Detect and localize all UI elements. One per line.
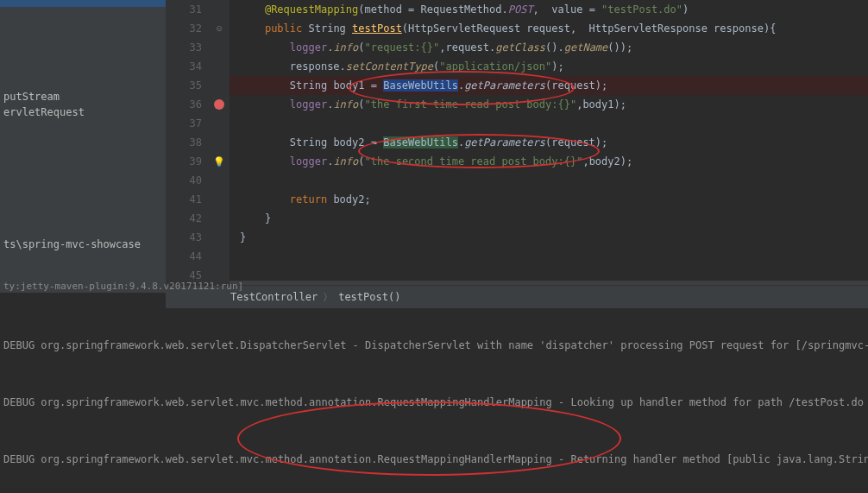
line-number[interactable]: 39 bbox=[166, 152, 202, 171]
line-number[interactable]: 32 bbox=[166, 19, 202, 38]
code-content[interactable]: @RequestMapping(method = RequestMethod.P… bbox=[230, 0, 868, 285]
console-line: DEBUG org.springframework.web.servlet.mv… bbox=[3, 450, 865, 469]
console-line: DEBUG org.springframework.web.servlet.mv… bbox=[3, 393, 865, 412]
chevron-right-icon: 〉 bbox=[323, 291, 333, 303]
code-line[interactable] bbox=[230, 247, 868, 266]
line-number[interactable]: 40 bbox=[166, 171, 202, 190]
line-number[interactable]: 44 bbox=[166, 247, 202, 266]
code-line[interactable] bbox=[230, 171, 868, 190]
line-number[interactable]: 43 bbox=[166, 228, 202, 247]
code-line[interactable]: } bbox=[230, 228, 868, 247]
code-line[interactable]: String body2 = BaseWebUtils.getParameter… bbox=[230, 133, 868, 152]
tree-item[interactable]: ts\spring-mvc-showcase bbox=[0, 237, 166, 252]
tree-item[interactable]: ervletRequest bbox=[0, 104, 166, 120]
breakpoint-icon[interactable] bbox=[214, 99, 224, 110]
line-number[interactable]: 37 bbox=[166, 114, 202, 133]
code-line[interactable]: return body2; bbox=[230, 190, 868, 209]
tree-item[interactable]: putStream bbox=[0, 89, 166, 104]
line-number[interactable]: 41 bbox=[166, 190, 202, 209]
panel-header bbox=[0, 0, 166, 7]
line-number[interactable]: 34 bbox=[166, 57, 202, 76]
line-number[interactable]: 31 bbox=[166, 0, 202, 19]
breadcrumb-item[interactable]: testPost() bbox=[338, 291, 400, 303]
console-line: DEBUG org.springframework.web.servlet.Di… bbox=[3, 336, 865, 355]
console-output[interactable]: DEBUG org.springframework.web.servlet.Di… bbox=[0, 293, 868, 493]
code-line[interactable]: logger.info("request:{}",request.getClas… bbox=[230, 38, 868, 57]
line-number[interactable]: 36 bbox=[166, 95, 202, 114]
line-number[interactable]: 33 bbox=[166, 38, 202, 57]
line-gutter[interactable]: 31 32 33 34 35 36 37 38 39 40 41 42 43 4… bbox=[166, 0, 209, 285]
code-line[interactable]: logger.info("the first time read post bo… bbox=[230, 95, 868, 114]
line-number[interactable]: 35 bbox=[166, 76, 202, 95]
code-line[interactable]: response.setContentType("application/jso… bbox=[230, 57, 868, 76]
code-line[interactable]: String body1 = BaseWebUtils.getParameter… bbox=[230, 76, 868, 95]
breadcrumb[interactable]: TestController〉testPost() bbox=[166, 285, 868, 308]
code-line[interactable] bbox=[230, 114, 868, 133]
code-line[interactable]: @RequestMapping(method = RequestMethod.P… bbox=[230, 0, 868, 19]
gutter-icons: ⊖ 💡 bbox=[209, 0, 230, 285]
code-line[interactable]: } bbox=[230, 209, 868, 228]
code-line[interactable]: public String testPost(HttpServletReques… bbox=[230, 19, 868, 38]
line-number[interactable]: 42 bbox=[166, 209, 202, 228]
bulb-icon[interactable]: 💡 bbox=[213, 156, 225, 167]
collapse-icon[interactable]: ⊖ bbox=[209, 19, 230, 38]
breadcrumb-item[interactable]: TestController bbox=[230, 291, 318, 303]
line-number[interactable]: 38 bbox=[166, 133, 202, 152]
editor[interactable]: 31 32 33 34 35 36 37 38 39 40 41 42 43 4… bbox=[166, 0, 868, 281]
code-line[interactable]: logger.info("the second time read post b… bbox=[230, 152, 868, 171]
project-panel[interactable]: putStream ervletRequest ts\spring-mvc-sh… bbox=[0, 0, 166, 281]
